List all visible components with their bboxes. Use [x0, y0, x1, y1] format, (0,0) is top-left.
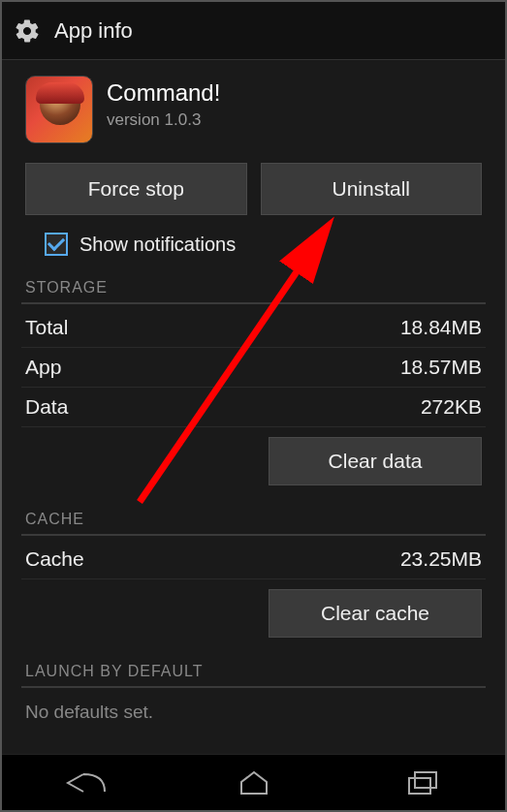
- checkmark-icon: [48, 234, 65, 251]
- storage-row-total: Total 18.84MB: [21, 308, 486, 348]
- app-info-header: App info: [2, 2, 505, 60]
- navigation-bar: [2, 754, 505, 810]
- clear-data-button[interactable]: Clear data: [269, 437, 482, 485]
- action-buttons: Force stop Uninstall: [2, 155, 505, 229]
- cache-title: CACHE: [21, 503, 486, 536]
- force-stop-button[interactable]: Force stop: [25, 163, 247, 215]
- app-version: version 1.0.3: [107, 110, 220, 130]
- recent-apps-button[interactable]: [393, 764, 451, 802]
- show-notifications-row[interactable]: Show notifications: [2, 229, 505, 271]
- app-icon: [25, 76, 93, 143]
- no-defaults-text: No defaults set.: [21, 692, 486, 733]
- storage-row-data: Data 272KB: [21, 388, 486, 427]
- page-title: App info: [54, 18, 133, 44]
- launch-title: LAUNCH BY DEFAULT: [21, 655, 486, 688]
- cache-section: CACHE Cache 23.25MB Clear cache: [2, 503, 505, 655]
- svg-rect-3: [415, 772, 436, 788]
- uninstall-button[interactable]: Uninstall: [261, 163, 483, 215]
- storage-title: STORAGE: [21, 271, 486, 304]
- back-button[interactable]: [57, 764, 115, 802]
- clear-cache-button[interactable]: Clear cache: [269, 589, 482, 638]
- gear-icon: [14, 17, 41, 45]
- storage-section: STORAGE Total 18.84MB App 18.57MB Data 2…: [2, 271, 505, 503]
- launch-section: LAUNCH BY DEFAULT No defaults set.: [2, 655, 505, 733]
- app-header: Command! version 1.0.3: [2, 60, 505, 155]
- home-button[interactable]: [225, 764, 283, 802]
- show-notifications-checkbox[interactable]: [45, 233, 68, 256]
- app-name: Command!: [107, 79, 220, 107]
- show-notifications-label: Show notifications: [79, 234, 236, 256]
- cache-row: Cache 23.25MB: [21, 540, 486, 579]
- svg-rect-2: [409, 778, 430, 794]
- storage-row-app: App 18.57MB: [21, 348, 486, 388]
